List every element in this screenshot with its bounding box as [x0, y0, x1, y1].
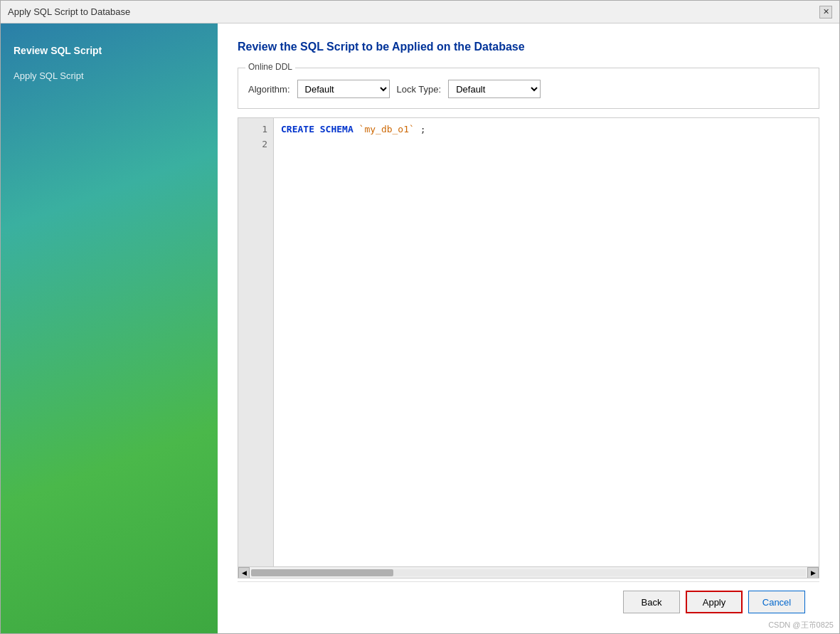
algorithm-select[interactable]: Default INPLACE COPY: [297, 80, 390, 98]
dialog-title: Apply SQL Script to Database: [8, 6, 130, 17]
code-identifier-schema: `my_db_o1`: [359, 124, 415, 134]
scrollbar-track[interactable]: [251, 569, 806, 576]
code-keyword-create: CREATE SCHEMA: [281, 124, 353, 134]
dialog: Apply SQL Script to Database ✕ Review SQ…: [0, 0, 840, 634]
code-content[interactable]: CREATE SCHEMA `my_db_o1` ;: [274, 118, 819, 566]
title-bar: Apply SQL Script to Database ✕: [1, 1, 839, 23]
sidebar-item-review-sql[interactable]: Review SQL Script: [1, 38, 218, 63]
ddl-legend: Online DDL: [245, 62, 295, 72]
line-number-1: 1: [244, 122, 267, 137]
panel-heading: Review the SQL Script to be Applied on t…: [238, 41, 819, 53]
sidebar: Review SQL Script Apply SQL Script: [1, 23, 218, 633]
sidebar-item-apply-sql[interactable]: Apply SQL Script: [1, 63, 218, 88]
code-editor-container: 1 2 CREATE SCHEMA `my_db_o1` ; ◀ ▶: [238, 117, 819, 578]
line-number-2: 2: [244, 137, 267, 152]
sidebar-item-label-review: Review SQL Script: [14, 45, 102, 56]
ddl-section: Online DDL Algorithm: Default INPLACE CO…: [238, 68, 819, 109]
code-plain-space: [353, 124, 359, 134]
scroll-left-arrow[interactable]: ◀: [238, 567, 250, 578]
footer: Back Apply Cancel: [238, 581, 819, 622]
horizontal-scrollbar[interactable]: ◀ ▶: [238, 566, 819, 578]
locktype-select[interactable]: Default NONE SHARED EXCLUSIVE: [448, 80, 541, 98]
cancel-button[interactable]: Cancel: [748, 591, 805, 613]
ddl-row: Algorithm: Default INPLACE COPY Lock Typ…: [248, 80, 809, 98]
code-editor[interactable]: 1 2 CREATE SCHEMA `my_db_o1` ;: [238, 118, 819, 566]
back-button[interactable]: Back: [623, 591, 680, 613]
watermark: CSDN @王芇0825: [768, 620, 834, 630]
close-button[interactable]: ✕: [819, 6, 832, 19]
code-plain-semicolon: ;: [415, 124, 426, 134]
apply-button[interactable]: Apply: [686, 591, 743, 613]
locktype-label: Lock Type:: [397, 84, 442, 95]
right-panel: Review the SQL Script to be Applied on t…: [218, 23, 839, 633]
line-numbers: 1 2: [238, 118, 274, 566]
algorithm-label: Algorithm:: [248, 84, 290, 95]
scroll-right-arrow[interactable]: ▶: [807, 567, 819, 578]
sidebar-item-label-apply: Apply SQL Script: [14, 70, 84, 81]
main-content: Review SQL Script Apply SQL Script Revie…: [1, 23, 839, 633]
scrollbar-thumb[interactable]: [251, 569, 393, 576]
